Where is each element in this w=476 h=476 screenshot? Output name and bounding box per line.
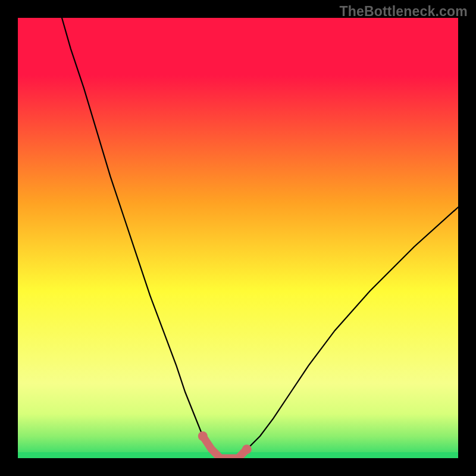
chart-container: TheBottleneck.com <box>0 0 476 476</box>
highlight-end-dot <box>242 444 252 454</box>
highlight-end-dot <box>198 431 208 441</box>
bottleneck-curve-chart <box>18 18 458 458</box>
plot-area <box>18 18 458 458</box>
gradient-background <box>18 18 458 458</box>
attribution-watermark: TheBottleneck.com <box>339 4 468 20</box>
